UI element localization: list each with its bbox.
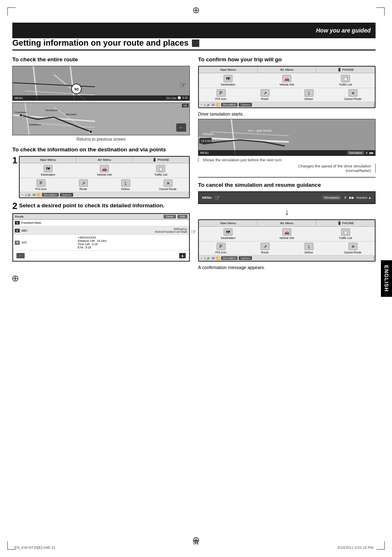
detour-box-r: ⤵ bbox=[304, 89, 314, 97]
dest-icon-r[interactable]: 🗺 Destination bbox=[200, 75, 257, 86]
cancel-sim-screen: MENU ☞ Simulation ⏸ ▶▶ Norden ▲ bbox=[198, 191, 376, 204]
phone-tab-r[interactable]: 📱 PHONE bbox=[316, 67, 375, 73]
step2-text: Select a desired point to check its deta… bbox=[19, 202, 164, 209]
top-registration-mark: ⊕ bbox=[190, 4, 202, 16]
hand-cursor-confirm: ☞ bbox=[373, 101, 376, 108]
veh-icon-box-r: 🚗 bbox=[282, 75, 291, 82]
menu-top-bar-confirm: Navi Menu AV Menu 📱 PHONE bbox=[199, 67, 375, 73]
detour-label: Detour bbox=[105, 188, 146, 190]
edit-button[interactable]: Edit bbox=[178, 215, 187, 218]
sim-map-bottom-bar: MENU Simulation ⏸ ▶▶ bbox=[198, 150, 375, 155]
phone-tab[interactable]: 📱 PHONE bbox=[133, 157, 189, 163]
route-nav-button[interactable]: ▲ bbox=[179, 253, 186, 258]
detail-button[interactable]: Detail bbox=[164, 215, 176, 218]
menu-icons-row2-confirm: P POI Icon ↗ Route ⤵ Detour ✕ bbox=[199, 88, 375, 102]
av-menu-tab[interactable]: AV Menu bbox=[76, 157, 133, 163]
corner-mark-tr bbox=[376, 7, 385, 16]
options-btn-cancel[interactable]: Options bbox=[239, 256, 252, 260]
menu-top-bar-step1: Navi Menu AV Menu 📱 PHONE bbox=[20, 157, 189, 163]
poi-box-cancel: P bbox=[217, 243, 226, 250]
step2-number: 2 bbox=[12, 202, 17, 211]
navi-menu-tab-cancel[interactable]: Navi Menu bbox=[199, 220, 258, 226]
returns-caption: Returns to previous screen bbox=[12, 137, 190, 142]
traffic-list-icon-item[interactable]: 📋 Traffic List bbox=[134, 165, 188, 176]
vehicle-info-icon-item[interactable]: 🚗 Vehicle Info bbox=[77, 165, 132, 176]
route-table: Route Detail Edit 1 Frankfurt Main 2 bbox=[12, 213, 190, 262]
route-back-button[interactable]: ← bbox=[16, 253, 25, 258]
hand-cursor-table: ☞ bbox=[191, 228, 196, 236]
cancel-r[interactable]: ✕ Cancel Route bbox=[332, 89, 374, 100]
simulation-btn-step1[interactable]: Simulation bbox=[42, 193, 59, 197]
route-icon: ↗ bbox=[79, 179, 88, 187]
row-name-1: Frankfurt Main bbox=[21, 221, 187, 225]
menu-icons-row1-confirm: 🗺 Destination 🚗 Vehicle Info 📋 Traffic L… bbox=[199, 73, 375, 88]
veh-box-cancel: 🚗 bbox=[282, 228, 291, 236]
poi-r[interactable]: P POI Icon bbox=[200, 89, 242, 100]
vehicle-info-label: Vehicle Info bbox=[77, 173, 132, 176]
sim-map-container: 1.2km Baseler Straße 9:00 Gehspitz Son--… bbox=[198, 119, 376, 173]
step2-container: 2 Select a desired point to check its de… bbox=[12, 202, 190, 211]
route-icon-item[interactable]: ↗ Route bbox=[63, 179, 104, 190]
traffic-list-icon: 📋 bbox=[156, 165, 165, 172]
poi-cancel[interactable]: P POI Icon bbox=[200, 243, 242, 254]
vehicle-info-icon: 🚗 bbox=[100, 165, 109, 172]
bottom-registration-mark: ⊕ bbox=[192, 535, 200, 545]
subsection-title-confirm-trip: To confirm how your trip will go bbox=[198, 56, 376, 63]
cancel-route-label: Cancel Route bbox=[148, 188, 188, 190]
navi-menu-tab-r[interactable]: Navi Menu bbox=[199, 67, 258, 73]
route-cancel[interactable]: ↗ Route bbox=[244, 243, 286, 254]
main-content: Getting information on your route and pl… bbox=[12, 38, 376, 536]
sim-label-cancel[interactable]: Simulation bbox=[322, 195, 341, 200]
phone-tab-cancel[interactable]: 📱 PHONE bbox=[316, 220, 375, 226]
svg-text:13.3 km: 13.3 km bbox=[201, 139, 211, 142]
traf-icon-cancel[interactable]: 📋 Traffic List bbox=[317, 228, 374, 239]
menu-bottom-bar-confirm: ← | 🔊 10 📶 Simulation Options ☞ bbox=[199, 102, 375, 107]
simulation-btn-confirm[interactable]: Simulation bbox=[221, 103, 238, 107]
svg-text:Rödelheim: Rödelheim bbox=[29, 123, 41, 126]
av-menu-tab-r[interactable]: AV Menu bbox=[258, 67, 316, 73]
annotation-next-turn: Shows the simulation just before the nex… bbox=[198, 158, 376, 162]
route-r[interactable]: ↗ Route bbox=[244, 89, 286, 100]
hand-cursor-cancel-menu: ☞ bbox=[373, 254, 376, 262]
right-column: To confirm how your trip will go Navi Me… bbox=[198, 56, 376, 272]
dest-icon-cancel[interactable]: 🗺 Destination bbox=[200, 228, 257, 239]
detour-icon: ⤵ bbox=[121, 179, 130, 187]
menu-label-sim: MENU bbox=[200, 151, 209, 154]
annotation-speed-change: Changes the speed of the drive simulatio… bbox=[198, 164, 376, 173]
step1-container: 1 Navi Menu AV Menu 📱 PHONE bbox=[12, 156, 190, 198]
cancel-route-icon-item[interactable]: ✕ Cancel Route bbox=[148, 179, 188, 190]
menu-icons-row2-cancel: P POI Icon ↗ Route ⤵ Detour ✕ bbox=[199, 241, 375, 255]
route-header-label: Route bbox=[15, 215, 23, 218]
menu-cancel-sim: MENU bbox=[202, 196, 212, 200]
detour-cancel[interactable]: ⤵ Detour bbox=[288, 243, 330, 254]
detour-r[interactable]: ⤵ Detour bbox=[288, 89, 330, 100]
row-num-3: ★ bbox=[15, 241, 20, 245]
poi-icon: P bbox=[37, 179, 46, 187]
av-menu-tab-cancel[interactable]: AV Menu bbox=[258, 220, 316, 226]
compass-ne: NE bbox=[182, 104, 189, 107]
options-btn-confirm[interactable]: Options bbox=[239, 103, 252, 107]
cancel-route-cancel[interactable]: ✕ Cancel Route bbox=[332, 243, 374, 254]
simulation-label-sim[interactable]: Simulation bbox=[347, 151, 364, 155]
menu-screen-step1: Navi Menu AV Menu 📱 PHONE 🗺 Destination bbox=[19, 156, 190, 198]
back-icon-small: ← bbox=[21, 193, 24, 196]
route-table-footer: ← ▲ bbox=[13, 251, 189, 261]
detour-icon-item[interactable]: ⤵ Detour bbox=[105, 179, 146, 190]
corner-mark-br bbox=[376, 541, 385, 550]
poi-icon-item[interactable]: P POI Icon bbox=[21, 179, 61, 190]
route-label: Route bbox=[63, 188, 104, 190]
confirm-msg-text: A confirmation message appears. bbox=[198, 265, 376, 270]
destination-icon-item[interactable]: 🗺 Destination bbox=[21, 165, 75, 176]
cancel-box-cancel: ✕ bbox=[348, 243, 357, 250]
veh-icon-cancel[interactable]: 🚗 Vehicle Info bbox=[258, 228, 316, 239]
simulation-btn-cancel-bottom[interactable]: Simulation bbox=[221, 256, 238, 260]
menu-icons-row1-cancel: 🗺 Destination 🚗 Vehicle Info 📋 Traffic L… bbox=[199, 227, 375, 241]
options-btn-step1[interactable]: Options bbox=[60, 193, 73, 197]
menu-screen-cancel-confirm: Navi Menu AV Menu 📱 PHONE 🗺 Destination bbox=[198, 219, 376, 262]
navi-menu-tab[interactable]: Navi Menu bbox=[20, 157, 76, 163]
back-arrow-btn[interactable]: ← bbox=[176, 123, 186, 133]
svg-point-14 bbox=[19, 114, 23, 117]
traf-icon-r[interactable]: 📋 Traffic List bbox=[317, 75, 374, 86]
bottom-left-info: EN_KW-NT30[E].indb 31 bbox=[14, 545, 55, 550]
veh-icon-r[interactable]: 🚗 Vehicle Info bbox=[258, 75, 316, 86]
